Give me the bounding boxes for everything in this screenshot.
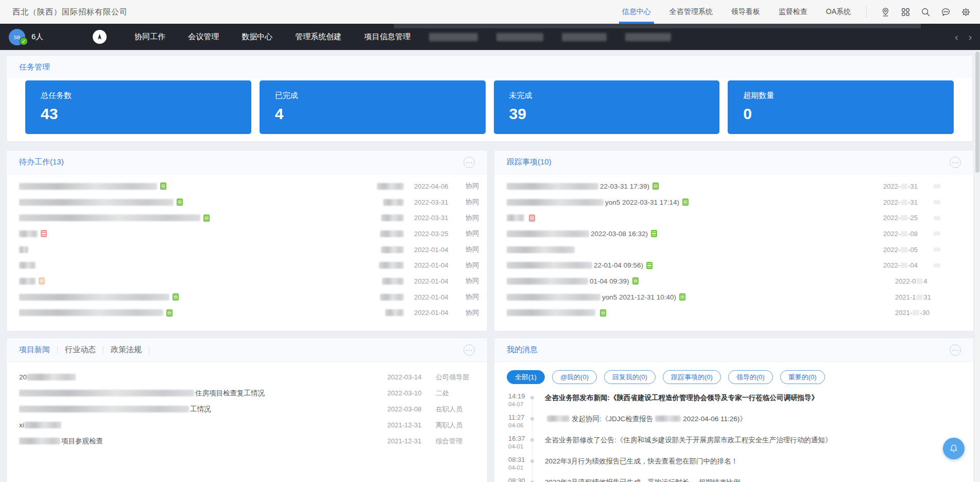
message-item[interactable]: 14:19 04-07 全咨业务部发布新闻:《陕西省建设工程造价管理协会领导及专… — [494, 392, 973, 413]
news-panel-header: 项目新闻 行业动态 政策法规 ··· — [7, 338, 487, 362]
apps-icon[interactable] — [899, 6, 912, 18]
date-prefix: 2021-1 — [895, 293, 916, 301]
blurred-tab[interactable] — [429, 33, 478, 41]
attachment-icon — [651, 230, 657, 237]
todo-item[interactable]: 2022-03-31 协同 — [19, 210, 479, 226]
stat-label: 总任务数 — [41, 91, 251, 101]
news-tab[interactable]: 项目新闻 — [19, 345, 50, 355]
scrollbar-thumb[interactable] — [975, 52, 979, 173]
gear-icon[interactable] — [959, 6, 972, 18]
more-icon[interactable]: ··· — [950, 157, 961, 168]
news-item[interactable]: 工情况 2022-03-08 在职人员 — [19, 401, 479, 417]
category: 公司领导层 — [436, 373, 479, 382]
news-tab[interactable]: 政策法规 — [111, 345, 142, 355]
nav-menu-item[interactable]: 会议管理 — [188, 32, 219, 42]
panel-title: 任务管理 — [19, 62, 50, 72]
blurred-tab[interactable] — [562, 33, 607, 41]
task-stat-card[interactable]: 超期数量 0 — [728, 80, 954, 134]
redacted-mark — [934, 231, 940, 236]
todo-item[interactable]: 2022-01-04 协同 — [19, 273, 479, 289]
publish-date: 2021-12-31 — [387, 421, 423, 429]
chevron-right-icon[interactable]: › — [969, 32, 972, 42]
location-icon[interactable] — [879, 6, 891, 18]
filter-pill[interactable]: 领导的(0) — [728, 370, 773, 384]
user-count: 6人 — [31, 32, 43, 42]
due-date: 2022-04-06 — [414, 182, 454, 190]
todo-item[interactable]: 2022-04-06 协同 — [19, 178, 479, 194]
notifications-fab[interactable] — [943, 438, 965, 459]
title-fragment: 项目参观检查 — [61, 437, 103, 446]
attachment-icon — [646, 262, 652, 269]
tracking-item[interactable]: 22-01-04 09:56) 2022- -04 — [507, 257, 965, 273]
top-nav-link[interactable]: 监督检查 — [779, 0, 807, 24]
task-stat-card[interactable]: 总任务数 43 — [25, 80, 251, 134]
title-fragment: 工情况 — [190, 405, 211, 414]
filter-pill[interactable]: 跟踪事项的(0) — [663, 370, 721, 384]
more-icon[interactable]: ··· — [463, 157, 475, 168]
top-nav-link[interactable]: 领导看板 — [731, 0, 760, 24]
tracking-item[interactable]: 2021- -30 — [507, 305, 965, 321]
message-text: 2022年3月流程绩效报告已生成。平均运行时长-，超期结束比例-。 — [545, 477, 750, 482]
message-item[interactable]: 16:37 04-01 全咨业务部修改了公告:《住房和城乡建设部关于开展房屋市政… — [494, 435, 973, 456]
nav-menu-item[interactable]: 协同工作 — [134, 32, 165, 42]
todo-item[interactable]: 2022-03-25 协同 — [19, 226, 479, 242]
tracking-item[interactable]: 2022- -05 — [507, 242, 965, 258]
message-item[interactable]: 08:31 04-01 2022年3月行为绩效报告已生成，快去查看您在部门中的排… — [494, 456, 973, 477]
text-fragment: 2022-04-06 11:26)》 — [683, 415, 747, 423]
chevron-left-icon[interactable]: ‹ — [955, 32, 958, 42]
news-item[interactable]: 20 2022-03-14 公司领导层 — [19, 369, 479, 385]
more-icon[interactable]: ··· — [463, 344, 475, 356]
filter-pill[interactable]: 重要的(0) — [780, 370, 825, 384]
news-item[interactable]: 项目参观检查 2021-12-31 综合管理 — [19, 433, 479, 449]
tracking-item[interactable]: 01-04 09:39) 2022-0 4 — [507, 273, 965, 289]
tracking-item[interactable]: yon5 2021-12-31 10:40) 2021-1 31 — [507, 289, 965, 305]
message-item[interactable]: 11:27 04-06 发起协同:《JDJC检查报告2022-04-06 11:… — [494, 413, 973, 435]
top-nav-link[interactable]: 全咨管理系统 — [669, 0, 713, 24]
top-nav-link[interactable]: OA系统 — [826, 0, 851, 24]
filter-pill[interactable]: 回复我的(0) — [604, 370, 656, 384]
search-icon[interactable] — [919, 6, 932, 18]
top-nav-link[interactable]: 信息中心 — [622, 0, 651, 24]
divider — [866, 6, 867, 18]
due-date: 2022-01-04 — [414, 293, 454, 301]
message-item[interactable]: 08:30 04-01 2022年3月流程绩效报告已生成。平均运行时长-，超期结… — [494, 477, 973, 482]
todo-item[interactable]: 2022-01-04 协同 — [19, 242, 479, 258]
todo-item[interactable]: 2022-01-04 协同 — [19, 289, 479, 305]
tracking-item[interactable]: yon5 2022-03-31 17:14) 2022- -31 — [507, 194, 965, 210]
nav-menu-item[interactable]: 管理系统创建 — [295, 32, 341, 42]
message-time: 11:27 04-06 — [494, 413, 532, 435]
news-item[interactable]: xi 2021-12-31 离职人员 — [19, 417, 479, 433]
type-tag: 协同 — [461, 276, 479, 286]
redacted-date-part — [901, 200, 907, 205]
nav-menu-item[interactable]: 项目信息管理 — [364, 32, 410, 42]
top-icon-group — [879, 6, 972, 18]
blurred-tab[interactable] — [625, 33, 671, 41]
attachment-icon — [600, 309, 606, 317]
blurred-tab[interactable] — [496, 33, 543, 41]
news-item[interactable]: 住房项目检查复工情况 2022-03-10 二处 — [19, 385, 479, 401]
task-stat-card[interactable]: 已完成 4 — [260, 80, 486, 134]
redacted-date-part — [916, 294, 923, 300]
todo-item[interactable]: 2022-01-04 协同 — [19, 305, 479, 321]
redacted-title — [507, 278, 588, 285]
nav-menu-item[interactable]: 数据中心 — [242, 32, 272, 42]
navigation-arrow-icon[interactable] — [93, 30, 107, 44]
todo-list: 2022-04-06 协同 2022-03-31 协同 — [7, 174, 487, 321]
todo-item[interactable]: 2022-03-31 协同 — [19, 194, 479, 210]
filter-pill[interactable]: @我的(0) — [552, 370, 597, 384]
task-stat-card[interactable]: 未完成 39 — [494, 80, 720, 134]
redacted-title — [507, 309, 595, 316]
panel-title: 我的消息 — [507, 345, 538, 355]
chat-icon[interactable] — [939, 6, 952, 18]
todo-item[interactable]: 2022-01-04 协同 — [19, 257, 479, 273]
tracking-item[interactable]: 22-03-31 17:39) 2022- -31 — [507, 178, 965, 194]
date-suffix: -08 — [908, 230, 918, 238]
attachment-icon — [39, 277, 45, 285]
filter-pill[interactable]: 全部(1) — [507, 370, 545, 384]
tracking-item[interactable]: 2022- -25 — [507, 210, 965, 226]
attachment-icon — [682, 198, 689, 206]
bell-icon — [949, 443, 959, 454]
tracking-item[interactable]: 2022-03-08 16:32) 2022- -08 — [507, 226, 965, 242]
more-icon[interactable]: ··· — [950, 344, 961, 356]
news-tab[interactable]: 行业动态 — [65, 345, 96, 355]
